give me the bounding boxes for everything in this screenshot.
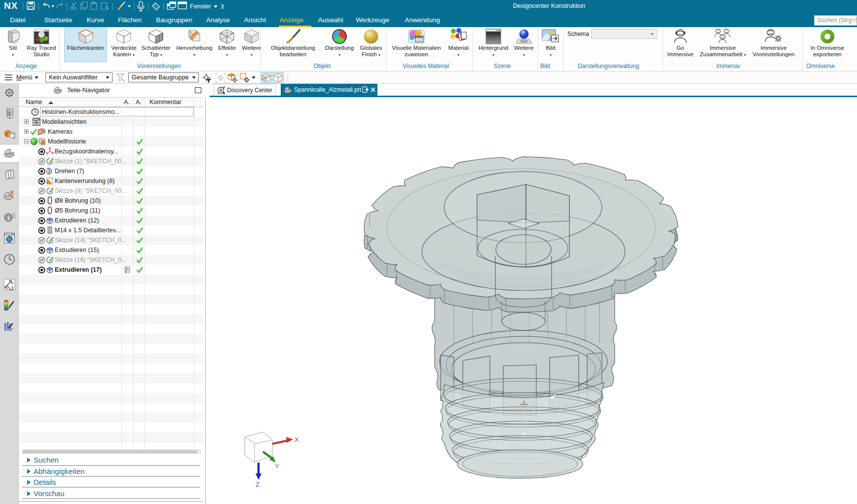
svg-text:Z: Z [256, 481, 260, 488]
svg-text:X: X [295, 436, 299, 443]
svg-text:Y: Y [275, 463, 279, 470]
svg-text:i: i [7, 214, 9, 221]
